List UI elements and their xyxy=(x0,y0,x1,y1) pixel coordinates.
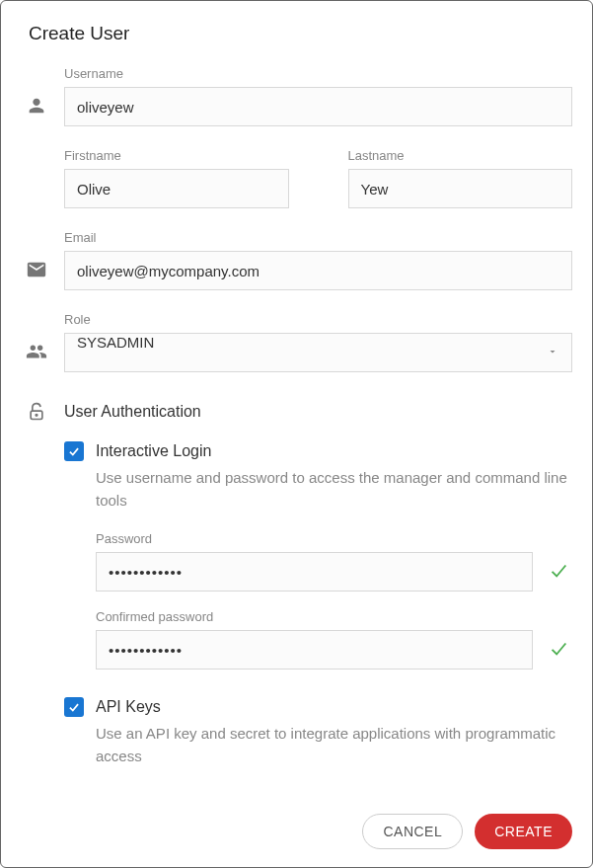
api-keys-checkbox[interactable] xyxy=(64,697,84,717)
confirm-password-block: Confirmed password xyxy=(96,609,572,670)
interactive-login-desc: Use username and password to access the … xyxy=(96,467,572,512)
confirm-password-input[interactable] xyxy=(96,630,533,670)
dialog-title: Create User xyxy=(29,23,572,44)
svg-point-1 xyxy=(36,415,37,417)
lock-open-icon xyxy=(21,402,52,422)
dialog-footer: CANCEL CREATE xyxy=(362,814,572,849)
role-select[interactable]: SYSADMIN xyxy=(64,333,572,372)
interactive-login-label: Interactive Login xyxy=(96,442,211,460)
api-keys-block: API Keys Use an API key and secret to in… xyxy=(64,697,572,767)
username-label: Username xyxy=(64,66,572,81)
name-row-wrapper: Firstname Lastname xyxy=(21,148,572,208)
create-button[interactable]: CREATE xyxy=(475,814,572,849)
create-user-dialog: Create User Username Firstname Lastname xyxy=(0,0,593,868)
person-icon xyxy=(21,95,52,126)
check-icon xyxy=(545,560,572,592)
password-label: Password xyxy=(96,531,533,546)
password-block: Password xyxy=(96,531,572,592)
firstname-input[interactable] xyxy=(64,169,289,208)
api-keys-desc: Use an API key and secret to integrate a… xyxy=(96,723,572,767)
mail-icon xyxy=(21,259,52,290)
email-row: Email xyxy=(21,230,572,290)
confirm-password-label: Confirmed password xyxy=(96,609,533,624)
username-row: Username xyxy=(21,66,572,126)
cancel-button[interactable]: CANCEL xyxy=(362,814,463,849)
username-input[interactable] xyxy=(64,87,572,126)
interactive-login-block: Interactive Login Use username and passw… xyxy=(64,441,572,512)
role-row: Role SYSADMIN xyxy=(21,312,572,372)
check-icon xyxy=(545,638,572,670)
lastname-input[interactable] xyxy=(348,169,573,208)
interactive-login-checkbox[interactable] xyxy=(64,441,84,461)
api-keys-label: API Keys xyxy=(96,698,161,716)
password-input[interactable] xyxy=(96,552,533,592)
lastname-label: Lastname xyxy=(348,148,573,163)
firstname-label: Firstname xyxy=(64,148,289,163)
auth-section-title: User Authentication xyxy=(64,403,201,421)
group-icon xyxy=(21,341,52,372)
auth-section-header: User Authentication xyxy=(21,402,572,422)
email-label: Email xyxy=(64,230,572,245)
email-input[interactable] xyxy=(64,251,572,290)
role-label: Role xyxy=(64,312,572,327)
